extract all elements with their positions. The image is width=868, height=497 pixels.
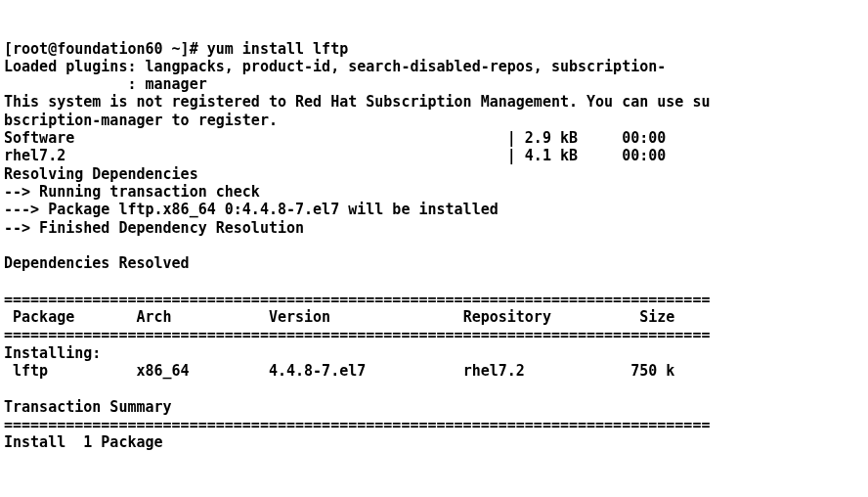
repo-row: Software | 2.9 kB 00:00 (4, 129, 666, 147)
installing-label: Installing: (4, 344, 101, 362)
repo-row: rhel7.2 | 4.1 kB 00:00 (4, 147, 666, 164)
repo-time: 00:00 (622, 147, 666, 164)
repo-time: 00:00 (622, 129, 666, 147)
hr-line: ========================================… (4, 326, 710, 343)
col-repo: Repository (463, 308, 551, 326)
cell-size: 750 k (630, 362, 674, 380)
col-package: Package (13, 308, 74, 326)
txn-summary-header: Transaction Summary (4, 398, 172, 416)
table-header: Package Arch Version Repository Size (4, 308, 674, 326)
repo-name: rhel7.2 (4, 147, 65, 164)
hr-line: ========================================… (4, 291, 710, 308)
repo-size: | 4.1 kB (507, 147, 578, 164)
resolving-header: Resolving Dependencies (4, 165, 198, 183)
command-text: yum install lftp (207, 40, 349, 58)
cell-version: 4.4.8-7.el7 (269, 362, 366, 380)
loaded-plugins-line: Loaded plugins: langpacks, product-id, s… (4, 58, 666, 75)
repo-name: Software (4, 129, 74, 147)
cell-arch: x86_64 (136, 362, 189, 380)
loaded-plugins-line: : manager (4, 75, 207, 93)
deps-resolved: Dependencies Resolved (4, 254, 190, 272)
col-arch: Arch (136, 308, 171, 326)
shell-prompt: [root@foundation60 ~]# (4, 40, 198, 58)
registration-warning: This system is not registered to Red Hat… (4, 93, 710, 111)
cell-package: lftp (13, 362, 48, 380)
registration-warning: bscription-manager to register. (4, 112, 278, 129)
cell-repo: rhel7.2 (463, 362, 525, 380)
col-size: Size (639, 308, 674, 326)
terminal-output: [root@foundation60 ~]# yum install lftp … (4, 40, 864, 452)
resolving-step: --> Finished Dependency Resolution (4, 219, 304, 237)
hr-line: ========================================… (4, 416, 710, 433)
col-version: Version (269, 308, 330, 326)
install-count: Install 1 Package (4, 433, 163, 451)
table-row: lftp x86_64 4.4.8-7.el7 rhel7.2 750 k (4, 362, 674, 380)
repo-size: | 2.9 kB (507, 129, 578, 147)
resolving-step: --> Running transaction check (4, 183, 260, 201)
resolving-step: ---> Package lftp.x86_64 0:4.4.8-7.el7 w… (4, 201, 499, 218)
